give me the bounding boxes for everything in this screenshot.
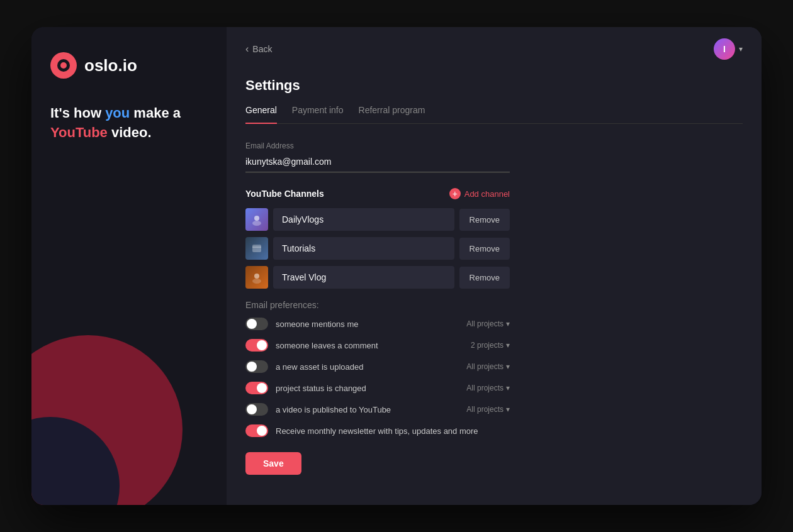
user-menu[interactable]: I ▾: [714, 38, 743, 60]
left-panel: oslo.io It's how you make a YouTube vide…: [31, 27, 227, 505]
pref-toggle-3[interactable]: [245, 360, 268, 373]
page-title: Settings: [245, 77, 743, 94]
tab-general[interactable]: General: [245, 105, 277, 124]
svg-point-4: [252, 221, 261, 226]
pref-row-1: someone mentions me All projects ▾: [245, 318, 510, 330]
pref-scope-2[interactable]: 2 projects ▾: [471, 341, 510, 350]
avatar: I: [714, 38, 735, 60]
channel-row-1: Remove: [245, 208, 510, 231]
avatar-dropdown-icon: ▾: [739, 45, 743, 53]
channels-section-title: YouTube Channels: [245, 189, 324, 199]
svg-rect-5: [252, 245, 261, 252]
pref-text-3: a new asset is uploaded: [276, 362, 459, 372]
channel-name-input-3[interactable]: [273, 266, 454, 289]
channels-section-header: YouTube Channels + Add channel: [245, 188, 510, 199]
email-preferences-section: Email preferences: someone mentions me A…: [245, 300, 743, 416]
pref-text-2: someone leaves a comment: [276, 341, 463, 350]
pref-row-5: a video is published to YouTube All proj…: [245, 403, 510, 416]
email-label: Email Address: [245, 141, 743, 150]
channel-row-3: Remove: [245, 266, 510, 289]
channel-thumb-2: [245, 237, 268, 260]
channel-thumb-1: [245, 208, 268, 231]
logo-text: oslo.io: [84, 56, 137, 75]
newsletter-toggle[interactable]: [245, 424, 268, 437]
pref-text-1: someone mentions me: [276, 319, 459, 329]
remove-channel-button-2[interactable]: Remove: [459, 238, 510, 260]
pref-scope-4[interactable]: All projects ▾: [466, 384, 510, 392]
content-area: Settings General Payment info Referral p…: [227, 71, 762, 505]
back-label: Back: [252, 44, 272, 54]
svg-point-2: [60, 62, 67, 69]
tab-payment[interactable]: Payment info: [292, 105, 344, 124]
channel-thumb-3: [245, 266, 268, 289]
pref-text-5: a video is published to YouTube: [276, 405, 459, 414]
logo-area: oslo.io: [50, 52, 208, 79]
pref-row-3: a new asset is uploaded All projects ▾: [245, 360, 510, 373]
newsletter-text: Receive monthly newsletter with tips, up…: [276, 426, 478, 436]
pref-scope-5[interactable]: All projects ▾: [466, 405, 510, 414]
email-field-group: Email Address: [245, 141, 743, 173]
pref-section-label: Email preferences:: [245, 300, 743, 310]
email-input[interactable]: [245, 154, 510, 172]
newsletter-row: Receive monthly newsletter with tips, up…: [245, 424, 548, 437]
svg-point-7: [254, 274, 259, 279]
channel-row-2: Remove: [245, 237, 510, 260]
pref-text-4: project status is changed: [276, 384, 459, 393]
svg-point-8: [252, 279, 261, 284]
top-bar: ‹ Back I ▾: [227, 27, 762, 71]
pref-toggle-4[interactable]: [245, 382, 268, 394]
channel-name-input-2[interactable]: [273, 237, 454, 260]
right-panel: ‹ Back I ▾ Settings General Payment info…: [227, 27, 762, 505]
pref-row-2: someone leaves a comment 2 projects ▾: [245, 339, 510, 352]
pref-toggle-1[interactable]: [245, 318, 268, 330]
pref-scope-3[interactable]: All projects ▾: [466, 362, 510, 371]
remove-channel-button-3[interactable]: Remove: [459, 267, 510, 289]
save-button[interactable]: Save: [245, 452, 301, 475]
add-channel-button[interactable]: + Add channel: [449, 188, 510, 199]
pref-toggle-5[interactable]: [245, 403, 268, 416]
tab-referral[interactable]: Referral program: [359, 105, 425, 124]
back-chevron-icon: ‹: [245, 43, 249, 55]
email-divider: [245, 172, 510, 173]
oslo-logo-icon: [50, 52, 77, 79]
add-channel-icon: +: [449, 188, 461, 199]
pref-scope-1[interactable]: All projects ▾: [466, 319, 510, 328]
channel-name-input-1[interactable]: [273, 208, 454, 231]
pref-toggle-2[interactable]: [245, 339, 268, 352]
svg-point-3: [254, 216, 259, 221]
back-button[interactable]: ‹ Back: [245, 43, 272, 55]
tagline: It's how you make a YouTube video.: [50, 104, 208, 143]
add-channel-label: Add channel: [464, 189, 510, 199]
settings-tabs: General Payment info Referral program: [245, 105, 743, 124]
pref-row-4: project status is changed All projects ▾: [245, 382, 510, 394]
remove-channel-button-1[interactable]: Remove: [459, 209, 510, 231]
